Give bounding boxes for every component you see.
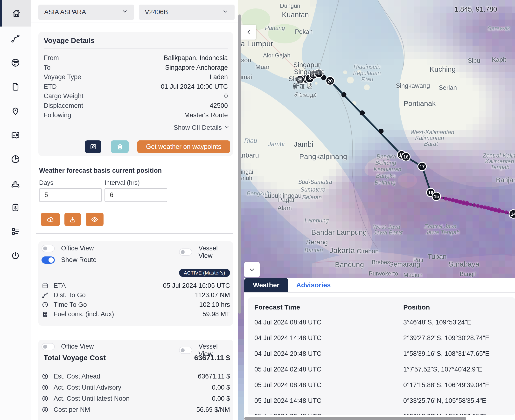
sidebar-item-documents[interactable]: [0, 75, 31, 99]
chevron-down-icon: [248, 266, 256, 274]
map-place-label: Kepulauan: [374, 166, 401, 172]
divider: [36, 233, 233, 234]
vessel-dropdown[interactable]: ASIA ASPARA: [38, 5, 134, 20]
tab-advisories[interactable]: Advisories: [288, 278, 339, 292]
office-view-toggle[interactable]: [42, 245, 55, 252]
stat-label: Dist. To Go: [53, 292, 86, 299]
map-place-label: Bangil: [460, 271, 476, 277]
globe-icon: [10, 58, 21, 68]
tab-weather[interactable]: Weather: [244, 278, 288, 292]
download-button[interactable]: [64, 213, 81, 226]
map-place-label: la Lumpur: [239, 40, 273, 47]
edit-route-button[interactable]: [85, 140, 101, 153]
sidebar-item-globe[interactable]: [0, 51, 31, 75]
map-place-label: Pangkalpinang: [299, 153, 347, 160]
stat-value: 1123.07 NM: [195, 292, 230, 299]
table-horizontal-scrollbar[interactable]: [244, 417, 466, 420]
sidebar-item-fleet[interactable]: [0, 171, 31, 195]
get-weather-on-waypoints-button[interactable]: Get weather on waypoints: [137, 140, 230, 153]
field-label: To: [44, 64, 51, 71]
map-place-label: Pontianak: [403, 100, 436, 107]
svg-text:$: $: [14, 206, 16, 210]
stat-value: 59.98 MT: [203, 310, 230, 318]
panel-vertical-scrollbar[interactable]: [238, 15, 241, 314]
voyage-monitoring-app: $ ASIA ASPARA V2406B Voyage Details From…: [0, 0, 515, 420]
map-place-label: Belitung: [375, 160, 396, 166]
map-place-label: Singkawang: [396, 82, 430, 89]
map-place-label: Selatan: [302, 195, 322, 200]
sidebar-item-locations[interactable]: [0, 99, 31, 123]
sidebar-item-logout[interactable]: [0, 244, 31, 268]
stat-value: 102.10 hrs: [199, 301, 230, 308]
stat-row: $Act. Cost Until latest Noon0.00 $: [42, 394, 230, 403]
active-route-badge: ACTIVE (Master's): [179, 269, 230, 277]
map-place-label: Singapore: [294, 68, 325, 75]
stat-value: 0.00 $: [212, 384, 230, 391]
map-place-label: Jawa Tengah: [425, 229, 460, 235]
sidebar-item-reports[interactable]: [0, 219, 31, 244]
stat-row: Dist. To Go1123.07 NM: [42, 291, 230, 300]
forecast-position: 0°17'15.88"S, 106°49'39.04"E: [403, 381, 515, 389]
voyage-field-row: Voyage TypeLaden: [44, 72, 228, 82]
map-place-label: Alor Gajah: [263, 52, 290, 58]
dollar-icon: $: [42, 373, 49, 380]
stat-value: 63671.11 $: [198, 373, 230, 380]
chevron-down-icon: [224, 124, 230, 132]
voyage-field-row: ToSingapore Anchorage: [44, 63, 228, 73]
route-status-card: Office View Vessel View Show Route ACTIV…: [38, 241, 233, 326]
interval-input[interactable]: [105, 188, 167, 202]
forecast-position: 1°20'18.32"N, 105°4'36.15"E: [403, 413, 515, 415]
collapse-weather-table-button[interactable]: [244, 262, 260, 278]
show-cii-details-label: Show CII Details: [174, 124, 222, 131]
map-place-label: Pahang: [265, 25, 285, 31]
office-view-label: Office View: [61, 245, 94, 252]
forecast-position: 2°39'27.82"S, 109°30'28.74"E: [403, 334, 515, 342]
map-place-label: Kalimantan: [485, 158, 514, 164]
field-label: From: [44, 54, 59, 62]
map-place-label: Jambi: [268, 141, 285, 147]
forecast-time: 05 Jul 2024 14:48 UTC: [254, 397, 403, 405]
field-value: 01 Jul 2024 10:00 UTC: [161, 83, 228, 90]
show-cii-details-link[interactable]: Show CII Details: [174, 124, 230, 132]
cursor-coordinates: 1.845, 91.780: [454, 5, 497, 13]
map-place-label: Tuban: [428, 253, 447, 260]
forecast-position: 0°33'25.76"N, 105°58'35.4"E: [403, 397, 515, 405]
delete-route-button[interactable]: [111, 140, 129, 153]
map-place-label: Süd-Sumatra: [298, 179, 332, 185]
map-place-label: Dungun: [280, 3, 300, 9]
fetch-weather-button[interactable]: [41, 213, 60, 226]
sidebar-item-home[interactable]: [0, 0, 31, 27]
show-route-label: Show Route: [61, 256, 97, 264]
stat-row: $Est. Cost Ahead63671.11 $: [42, 372, 230, 381]
vessel-view-toggle[interactable]: [179, 248, 192, 256]
pie-icon: [10, 154, 21, 164]
route-icon: [42, 292, 49, 299]
stat-label: Est. Cost Ahead: [53, 373, 100, 380]
sidebar-item-route[interactable]: [0, 27, 31, 51]
map-place-label: Bangka: [376, 173, 395, 179]
voyage-dropdown[interactable]: V2406B: [139, 5, 235, 20]
download-icon: [69, 216, 76, 223]
map-place-label: Lampung: [304, 218, 329, 223]
show-route-toggle[interactable]: [42, 256, 55, 264]
forecast-position: 1°7'57.52"S, 107°40'42.9"E: [403, 366, 515, 373]
collapse-panel-button[interactable]: [241, 25, 256, 40]
cloud-lightning-icon: [46, 216, 54, 223]
stat-value: 0.00 $: [212, 395, 230, 402]
sidebar-item-cost-report[interactable]: $: [0, 195, 31, 219]
office-view-toggle[interactable]: [42, 343, 55, 350]
sidebar-item-voyage-map[interactable]: [0, 123, 31, 147]
office-view-label: Office View: [61, 343, 94, 350]
map-place-label: Bandar Lampung: [311, 229, 367, 236]
stat-label: Fuel cons. (incl. Aux): [53, 310, 114, 318]
days-input[interactable]: [39, 188, 102, 202]
map-place-label: Kepulauan: [353, 70, 381, 76]
field-label: Voyage Type: [44, 73, 81, 81]
sidebar-item-analytics[interactable]: [0, 147, 31, 171]
total-voyage-cost-value: 63671.11 $: [194, 354, 230, 362]
file-icon: [10, 82, 21, 92]
vessel-view-toggle[interactable]: [179, 347, 192, 354]
stat-row: $Cost per NM56.69 $/NM: [42, 405, 230, 414]
preview-button[interactable]: [86, 213, 104, 226]
forecast-row: 05 Jul 2024 02:48 UTC1°7'57.52"S, 107°40…: [248, 362, 515, 377]
